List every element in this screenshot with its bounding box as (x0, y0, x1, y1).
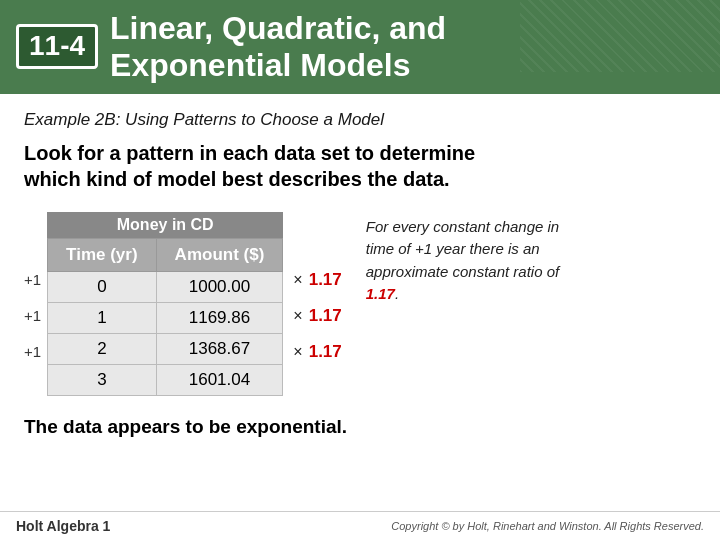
table-wrapper: +1 +1 +1 Money in CD Time (yr) Amount ($… (24, 212, 342, 396)
footer: Holt Algebra 1 Copyright © by Holt, Rine… (0, 511, 720, 540)
multipliers-column: × 1.17 × 1.17 × 1.17 (293, 212, 341, 370)
cell-time: 2 (48, 333, 157, 364)
cell-time: 0 (48, 271, 157, 302)
times-icon-1: × (293, 271, 302, 289)
multiplier-row-1: × 1.17 (293, 262, 341, 298)
header: 11-4 Linear, Quadratic, and Exponential … (0, 0, 720, 94)
multiplier-row-3: × 1.17 (293, 334, 341, 370)
multiplier-value-3: 1.17 (309, 342, 342, 362)
table-row: 31601.04 (48, 364, 283, 395)
times-icon-2: × (293, 307, 302, 325)
cell-amount: 1601.04 (156, 364, 283, 395)
table-caption: Money in CD (47, 212, 283, 238)
main-area: +1 +1 +1 Money in CD Time (yr) Amount ($… (24, 212, 696, 396)
multiplier-value-2: 1.17 (309, 306, 342, 326)
cell-amount: 1000.00 (156, 271, 283, 302)
annotation-box: For every constant change in time of +1 … (366, 216, 586, 306)
cell-time: 3 (48, 364, 157, 395)
annotation-highlight: 1.17 (366, 285, 395, 302)
delta-label-2: +1 (24, 298, 41, 334)
multiplier-row-2: × 1.17 (293, 298, 341, 334)
header-title-line2: Exponential Models (110, 47, 446, 84)
delta-labels: +1 +1 +1 (24, 212, 41, 370)
cell-amount: 1368.67 (156, 333, 283, 364)
table-row: 01000.00 (48, 271, 283, 302)
instruction: Look for a pattern in each data set to d… (24, 140, 696, 192)
delta-label-1: +1 (24, 262, 41, 298)
conclusion: The data appears to be exponential. (24, 416, 696, 438)
header-pattern (520, 0, 720, 72)
instruction-line1: Look for a pattern in each data set to d… (24, 142, 475, 164)
cell-time: 1 (48, 302, 157, 333)
section-badge: 11-4 (16, 24, 98, 69)
multiplier-value-1: 1.17 (309, 270, 342, 290)
table-row: 11169.86 (48, 302, 283, 333)
times-icon-3: × (293, 343, 302, 361)
instruction-line2: which kind of model best describes the d… (24, 168, 450, 190)
footer-copyright: Copyright © by Holt, Rinehart and Winsto… (391, 520, 704, 532)
header-title-line1: Linear, Quadratic, and (110, 10, 446, 47)
header-title: Linear, Quadratic, and Exponential Model… (110, 10, 446, 84)
footer-brand: Holt Algebra 1 (16, 518, 110, 534)
delta-label-3: +1 (24, 334, 41, 370)
data-table: Money in CD Time (yr) Amount ($) 01000.0… (47, 212, 283, 396)
col-amount-header: Amount ($) (156, 238, 283, 271)
main-content: Example 2B: Using Patterns to Choose a M… (0, 94, 720, 470)
table-row: 21368.67 (48, 333, 283, 364)
col-time-header: Time (yr) (48, 238, 157, 271)
example-title: Example 2B: Using Patterns to Choose a M… (24, 110, 696, 130)
cell-amount: 1169.86 (156, 302, 283, 333)
